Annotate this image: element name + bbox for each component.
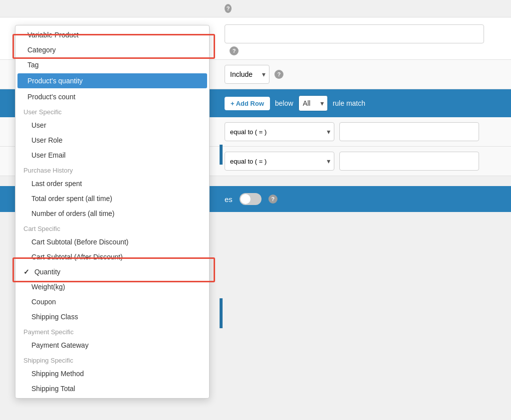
dropdown-item-cart-subtotal-after[interactable]: Cart Subtotal (After Discount) [15,249,209,264]
dropdown-item-quantity[interactable]: Quantity [15,264,209,279]
group-label-user-specific: User Specific [15,104,209,118]
dropdown-item-weight[interactable]: Weight(kg) [15,279,209,294]
condition2-select-wrapper: equal to ( = ) not equal to greater than… [225,152,334,171]
dropdown-item-shipping-total[interactable]: Shipping Total [15,381,209,396]
help-icon-input[interactable]: ? [230,46,239,55]
condition2-select[interactable]: equal to ( = ) not equal to greater than… [225,152,334,171]
condition1-value-input[interactable] [339,122,479,141]
all-select-wrapper: All Any [298,95,328,111]
es-label: es [225,195,233,204]
dropdown-item-user-email[interactable]: User Email [15,148,209,163]
text-input[interactable] [225,24,484,43]
dropdown-item-products-count[interactable]: Product's count [15,89,209,104]
dropdown-item-variable-product[interactable]: Variable Product [15,27,209,42]
condition1-select[interactable]: equal to ( = ) not equal to greater than… [225,122,334,141]
dropdown-item-shipping-class[interactable]: Shipping Class [15,309,209,324]
dropdown-item-coupon[interactable]: Coupon [15,294,209,309]
left-accent-2 [220,298,223,328]
condition2-value-input[interactable] [339,152,479,171]
dropdown-item-number-of-orders[interactable]: Number of orders (all time) [15,206,209,221]
all-select[interactable]: All Any [298,95,328,111]
dropdown-item-tag[interactable]: Tag [15,57,209,72]
group-label-shipping-specific: Shipping Specific [15,353,209,366]
group-label-payment-specific: Payment Specific [15,324,209,338]
dropdown-item-total-order-spent[interactable]: Total order spent (all time) [15,191,209,206]
help-icon-toggle[interactable]: ? [268,195,277,204]
dropdown-item-payment-gateway[interactable]: Payment Gateway [15,338,209,353]
toggle-switch[interactable] [240,193,261,205]
group-label-cart-specific: Cart Specific [15,221,209,234]
help-icon-top[interactable]: ? [225,4,232,13]
group-label-purchase-history: Purchase History [15,163,209,176]
condition1-select-wrapper: equal to ( = ) not equal to greater than… [225,122,334,141]
dropdown-item-last-order-spent[interactable]: Last order spent [15,176,209,191]
rule-match-label: rule match [333,99,365,107]
dropdown-item-cart-subtotal-before[interactable]: Cart Subtotal (Before Discount) [15,234,209,249]
dropdown-item-products-quantity[interactable]: Product's quantity [17,73,207,88]
include-select[interactable]: Include Exclude [225,65,269,84]
below-label: below [275,99,293,107]
include-select-wrapper: Include Exclude [225,65,269,84]
dropdown-item-shipping-method[interactable]: Shipping Method [15,366,209,381]
dropdown-item-user-role[interactable]: User Role [15,133,209,148]
dropdown-item-category[interactable]: Category [15,42,209,57]
left-accent-1 [220,145,223,165]
add-row-button[interactable]: + Add Row [225,97,270,110]
dropdown-item-user[interactable]: User [15,118,209,133]
dropdown-menu: Variable Product Category Tag Product's … [15,25,210,399]
help-icon-include[interactable]: ? [274,70,283,79]
